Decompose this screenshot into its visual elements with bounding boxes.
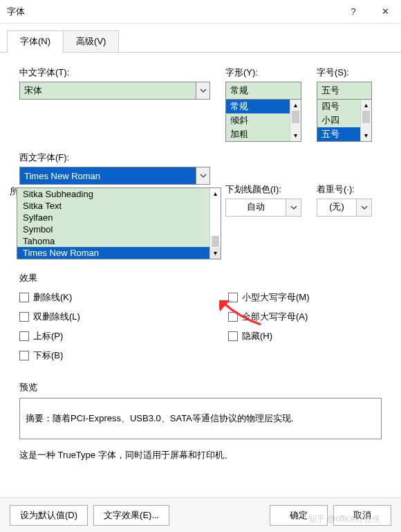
checkbox-hidden[interactable]: 隐藏(H) [228, 330, 382, 342]
effects-label: 效果 [19, 272, 382, 284]
underline-color-value: 自动 [225, 199, 286, 217]
dropdown-item[interactable]: Sitka Subheading [17, 188, 221, 200]
western-font-dropdown[interactable]: Sitka Subheading Sitka Text Sylfaen Symb… [17, 187, 221, 259]
western-font-label: 西文字体(F): [19, 152, 210, 164]
font-size-label: 字号(S): [317, 66, 372, 79]
underline-color-combo[interactable]: 自动 [225, 199, 301, 217]
effects-group: 删除线(K) 双删除线(L) 上标(P) 下标(B) 小型大写字母(M) 全部大… [19, 291, 382, 369]
checkbox-subscript[interactable]: 下标(B) [19, 349, 173, 362]
set-default-button[interactable]: 设为默认值(D) [10, 505, 88, 526]
tab-strip: 字体(N) 高级(V) [0, 24, 401, 53]
font-size-input[interactable]: 五号 [317, 82, 372, 100]
preview-box: 摘要：随着PCI-Express、USB3.0、SATA等通信协议的物理层实现. [19, 398, 382, 439]
dropdown-item[interactable]: Sylfaen [17, 212, 221, 223]
title-bar: 字体 ? ✕ [0, 0, 401, 24]
watermark: 知乎 @office办公侠 [308, 513, 380, 525]
tab-font[interactable]: 字体(N) [7, 30, 64, 53]
checkbox-superscript[interactable]: 上标(P) [19, 330, 173, 342]
window-title: 字体 [7, 6, 337, 18]
help-button[interactable]: ? [337, 0, 369, 24]
emphasis-combo[interactable]: (无) [317, 199, 372, 217]
font-size-list[interactable]: 四号 小四 五号 ▴▾ [317, 99, 372, 142]
checkbox-icon[interactable] [228, 312, 238, 322]
chinese-font-combo[interactable]: 宋体 [19, 82, 210, 100]
preview-text: 摘要：随着PCI-Express、USB3.0、SATA等通信协议的物理层实现. [26, 412, 293, 425]
chevron-down-icon[interactable] [357, 199, 372, 217]
tab-advanced[interactable]: 高级(V) [63, 30, 119, 53]
font-note: 这是一种 TrueType 字体，同时适用于屏幕和打印机。 [19, 449, 382, 461]
font-style-value[interactable]: 常规 [225, 82, 301, 100]
chevron-down-icon[interactable] [196, 167, 210, 185]
chevron-down-icon[interactable] [286, 199, 301, 217]
scroll-down-icon[interactable]: ▾ [290, 130, 301, 141]
chinese-font-value[interactable]: 宋体 [19, 82, 196, 100]
dropdown-item[interactable]: Tahoma [17, 235, 221, 247]
checkbox-icon[interactable] [19, 331, 29, 341]
scroll-thumb[interactable] [212, 236, 219, 247]
emphasis-label: 着重号(·): [317, 183, 372, 196]
font-style-label: 字形(Y): [225, 66, 301, 79]
western-font-combo[interactable]: Times New Roman [19, 167, 210, 185]
scrollbar[interactable]: ▴▾ [360, 100, 371, 141]
scrollbar[interactable]: ▴▾ [290, 100, 301, 141]
dialog-content: 中文字体(T): 宋体 字形(Y): 常规 常规 倾斜 加粗 ▴▾ 字号(S):… [0, 53, 401, 468]
scroll-thumb[interactable] [292, 111, 299, 123]
chinese-font-label: 中文字体(T): [19, 66, 210, 79]
western-font-value[interactable]: Times New Roman [19, 167, 196, 185]
checkbox-icon[interactable] [19, 293, 29, 302]
font-style-input[interactable]: 常规 [225, 82, 301, 100]
font-style-list[interactable]: 常规 倾斜 加粗 ▴▾ [225, 99, 301, 142]
scroll-down-icon[interactable]: ▾ [210, 248, 221, 259]
dropdown-item[interactable]: Sitka Text [17, 200, 221, 212]
checkbox-double-strikethrough[interactable]: 双删除线(L) [19, 311, 173, 323]
scroll-up-icon[interactable]: ▴ [210, 188, 221, 199]
underline-color-label: 下划线颜色(I): [225, 183, 301, 196]
scroll-down-icon[interactable]: ▾ [361, 130, 371, 141]
checkbox-all-caps[interactable]: 全部大写字母(A) [228, 311, 382, 323]
scrollbar[interactable]: ▴ ▾ [209, 188, 221, 259]
checkbox-icon[interactable] [228, 331, 238, 341]
checkbox-icon[interactable] [19, 312, 29, 322]
preview-label: 预览 [19, 381, 382, 394]
checkbox-small-caps[interactable]: 小型大写字母(M) [228, 291, 382, 304]
emphasis-value: (无) [317, 199, 357, 217]
checkbox-icon[interactable] [228, 293, 238, 302]
scroll-up-icon[interactable]: ▴ [361, 100, 371, 111]
dropdown-item[interactable]: Symbol [17, 223, 221, 235]
checkbox-icon[interactable] [19, 351, 29, 360]
chevron-down-icon[interactable] [196, 82, 210, 100]
dropdown-item[interactable]: Times New Roman [17, 247, 221, 259]
text-effects-button[interactable]: 文字效果(E)... [93, 505, 169, 526]
scroll-thumb[interactable] [362, 111, 370, 123]
font-size-value[interactable]: 五号 [317, 82, 372, 100]
scroll-up-icon[interactable]: ▴ [290, 100, 301, 111]
close-button[interactable]: ✕ [369, 0, 401, 24]
checkbox-strikethrough[interactable]: 删除线(K) [19, 291, 173, 304]
